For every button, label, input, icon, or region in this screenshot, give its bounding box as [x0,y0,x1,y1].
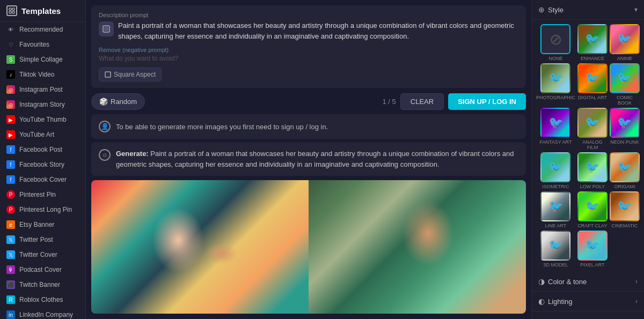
style-item-photographic[interactable]: PHOTOGRAPHIC [536,63,575,106]
svg-rect-1 [12,8,14,10]
sidebar-item-recommended[interactable]: 👁 Recommended [0,22,85,37]
lighting-label: Lighting [548,298,573,306]
style-item-digital-art[interactable]: DIGITAL ART [577,63,608,106]
composition-header[interactable]: ▭ Composition › [532,311,644,319]
page-separator: / [388,98,392,106]
sidebar-item-twitch[interactable]: ⬛ Twitch Banner [0,277,85,292]
prompt-text[interactable]: Paint a portrait of a woman that showcas… [118,20,518,41]
style-thumb-3d-model[interactable] [540,231,570,261]
sidebar-item-facebook-story[interactable]: f Facebook Story [0,157,85,172]
sidebar-item-instagram-post[interactable]: ◎ Instagram Post [0,82,85,97]
sidebar-item-podcast[interactable]: 🎙 Podcast Cover [0,262,85,277]
sidebar-item-label: Facebook Post [19,146,62,153]
style-thumb-craft-clay[interactable] [577,191,608,221]
style-item-none[interactable]: NONE [536,24,575,61]
sidebar-item-simple-collage[interactable]: S Simple Collage [0,52,85,67]
style-item-origami[interactable]: ORIGAMI [610,152,640,189]
negative-prompt-placeholder[interactable]: What do you want to avoid? [99,55,518,62]
sidebar-item-twitter-cover[interactable]: 𝕏 Twitter Cover [0,247,85,262]
prompt-label: Description prompt [99,12,518,18]
svg-rect-3 [12,11,14,13]
main-content: Description prompt Paint a portrait of a… [86,0,531,319]
templates-icon [6,5,17,16]
sidebar-item-roblox[interactable]: R Roblox Clothes [0,292,85,307]
style-title: Style [548,6,564,14]
style-item-analog-film[interactable]: ANALOG FILM [577,108,608,150]
style-thumb-fantasy-art[interactable] [540,108,570,138]
color-tone-icon: ◑ [538,277,545,286]
style-label-pixel-art: PIXEL ART [580,262,604,268]
composition-label: Composition [548,317,587,320]
style-item-3d-model[interactable]: 3D MODEL [536,231,575,268]
style-thumb-isometric[interactable] [540,152,570,182]
linkedin-company-icon: in [6,310,15,319]
style-label-enhance: ENHANCE [581,56,604,61]
sidebar-item-label: Roblox Clothes [19,296,63,303]
style-item-isometric[interactable]: ISOMETRIC [536,152,575,189]
sidebar-item-youtube-thumb[interactable]: ▶ YouTube Thumb [0,112,85,127]
sidebar-item-twitter-post[interactable]: 𝕏 Twitter Post [0,232,85,247]
lighting-header[interactable]: ◐ Lighting › [532,292,644,311]
svg-rect-0 [9,8,11,10]
style-item-low-poly[interactable]: LOW POLY [577,152,608,189]
style-item-neon-punk[interactable]: NEON PUNK [610,108,640,150]
signup-button[interactable]: SIGN UP / LOG IN [448,93,526,110]
style-item-comic-book[interactable]: COMIC BOOK [610,63,640,106]
style-thumb-photographic[interactable] [540,63,570,93]
style-item-cinematic[interactable]: CINEMATIC [610,191,640,228]
controls-row: 🎲 Random 1 / 5 CLEAR SIGN UP / LOG IN [86,91,531,114]
negative-prompt-label[interactable]: Remove (negative prompt) [99,47,518,53]
style-section-header[interactable]: ⊕ Style ▾ [532,0,644,20]
svg-rect-5 [104,27,108,31]
sidebar-item-youtube-art[interactable]: ▶ YouTube Art [0,127,85,142]
info-banner-text: To be able to generate more images you f… [116,123,328,131]
sidebar-item-label: Pinterest Long Pin [19,206,72,213]
sidebar-item-label: Twitter Cover [19,251,57,258]
sidebar-item-facebook-post[interactable]: f Facebook Post [0,142,85,157]
style-thumb-enhance[interactable] [577,24,608,54]
sidebar-item-facebook-cover[interactable]: f Facebook Cover [0,172,85,187]
style-thumb-none[interactable] [540,24,570,54]
sidebar-item-label: YouTube Art [19,131,54,138]
sidebar-item-linkedin-company[interactable]: in LinkedIn Company [0,307,85,319]
composition-icon: ▭ [538,317,545,319]
style-grid: NONE ENHANCE ANIME PHOTOGRAPHIC DIGITAL … [532,20,644,272]
style-thumb-anime[interactable] [610,24,640,54]
collage-icon: S [6,55,15,64]
sidebar-item-favourites[interactable]: ♡ Favourites [0,37,85,52]
twitch-icon: ⬛ [6,280,15,289]
sidebar-item-label: Facebook Cover [19,176,67,183]
sidebar-item-pinterest-long[interactable]: P Pinterest Long Pin [0,202,85,217]
style-thumb-analog-film[interactable] [577,108,608,138]
style-label-none: NONE [548,56,562,61]
style-item-enhance[interactable]: ENHANCE [577,24,608,61]
style-thumb-pixel-art[interactable] [577,231,608,261]
style-item-fantasy-art[interactable]: FANTASY ART [536,108,575,150]
style-item-line-art[interactable]: LINE ART [536,191,575,228]
style-thumb-low-poly[interactable] [577,152,608,182]
style-thumb-digital-art[interactable] [577,63,608,93]
sidebar-item-pinterest-pin[interactable]: P Pinterest Pin [0,187,85,202]
clear-button[interactable]: CLEAR [400,93,444,110]
generate-prefix: Generate: [116,150,149,158]
style-item-anime[interactable]: ANIME [610,24,640,61]
style-thumb-comic-book[interactable] [610,63,640,93]
sidebar-item-label: LinkedIn Company [19,311,73,318]
prompt-area: Description prompt Paint a portrait of a… [91,5,526,88]
style-thumb-cinematic[interactable] [610,191,640,221]
sidebar-item-instagram-story[interactable]: ◎ Instagram Story [0,97,85,112]
sidebar-item-etsy-banner[interactable]: e Etsy Banner [0,217,85,232]
color-tone-header[interactable]: ◑ Color & tone › [532,272,644,292]
style-thumb-line-art[interactable] [540,191,570,221]
style-thumb-origami[interactable] [610,152,640,182]
generate-icon: ⊙ [99,149,111,161]
aspect-button[interactable]: Square Aspect [99,68,162,81]
pinterest-pin-icon: P [6,190,15,199]
sidebar-item-label: Instagram Story [19,101,65,108]
sidebar-item-tiktok[interactable]: ♪ Tiktok Video [0,67,85,82]
random-button[interactable]: 🎲 Random [91,93,145,110]
style-item-craft-clay[interactable]: CRAFT CLAY [577,191,608,228]
style-item-pixel-art[interactable]: PIXEL ART [577,231,608,268]
style-thumb-neon-punk[interactable] [610,108,640,138]
sidebar-item-label: Favourites [19,41,49,48]
